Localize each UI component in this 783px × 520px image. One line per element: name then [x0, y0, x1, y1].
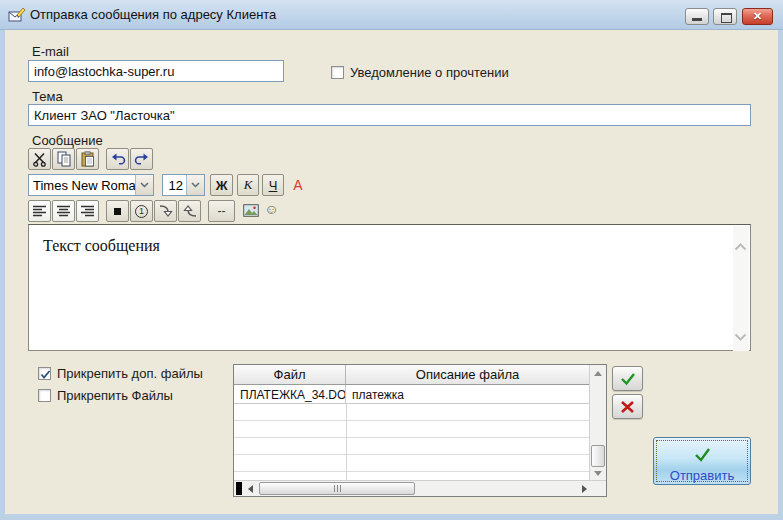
- message-label: Сообщение: [32, 133, 103, 148]
- close-icon: ✕: [743, 9, 772, 24]
- check-icon: [39, 368, 52, 381]
- email-label: E-mail: [32, 44, 69, 59]
- redo-button[interactable]: [130, 148, 153, 170]
- thumb-grip: [334, 485, 335, 492]
- attach-extra-files-checkbox[interactable]: Прикрепить доп. файлы: [38, 366, 203, 381]
- minimize-icon: [692, 18, 702, 21]
- redo-icon: [134, 152, 150, 166]
- attachments-table[interactable]: Файл Описание файла ПЛАТЕЖКА_34.DOC плат…: [233, 364, 607, 497]
- align-center-button[interactable]: [52, 200, 75, 222]
- smiley-icon: ☺: [264, 202, 278, 217]
- outdent-button[interactable]: [178, 200, 201, 222]
- cut-button[interactable]: [28, 148, 51, 170]
- smiley-button[interactable]: ☺: [264, 202, 279, 217]
- bullet-list-button[interactable]: [106, 200, 129, 222]
- titlebar[interactable]: Отправка сообщения по адресу Клиента ✕: [0, 0, 783, 30]
- align-left-icon: [32, 205, 47, 218]
- numbered-list-button[interactable]: 1: [130, 200, 153, 222]
- window-border-left: [0, 30, 5, 520]
- undo-button[interactable]: [106, 148, 129, 170]
- table-hscrollbar[interactable]: [234, 480, 606, 496]
- green-check-icon: [619, 372, 637, 386]
- scroll-left-icon[interactable]: [248, 485, 253, 493]
- file-cell[interactable]: ПЛАТЕЖКА_34.DOC: [234, 385, 346, 403]
- message-textarea[interactable]: Текст сообщения: [28, 224, 751, 351]
- bullet-icon: [114, 208, 121, 215]
- window-border-right: [778, 30, 783, 520]
- empty-row: [234, 455, 589, 472]
- chevron-down-icon[interactable]: [186, 175, 204, 195]
- scroll-right-icon[interactable]: [582, 485, 587, 493]
- indent-button[interactable]: [154, 200, 177, 222]
- align-left-button[interactable]: [28, 200, 51, 222]
- scroll-down-icon[interactable]: [594, 471, 602, 476]
- horizontal-rule-button[interactable]: --: [208, 200, 235, 222]
- bold-button[interactable]: Ж: [210, 174, 233, 196]
- font-family-select[interactable]: Times New Roman: [28, 174, 154, 196]
- align-right-button[interactable]: [76, 200, 99, 222]
- scroll-up-icon[interactable]: [594, 371, 602, 376]
- table-row[interactable]: ПЛАТЕЖКА_34.DOC платежка: [234, 385, 589, 404]
- send-message-dialog: Отправка сообщения по адресу Клиента ✕ E…: [0, 0, 783, 520]
- window-border-bottom: [0, 514, 783, 520]
- underline-button[interactable]: Ч: [262, 174, 284, 196]
- font-size-select[interactable]: 12: [162, 174, 205, 196]
- font-family-value: Times New Roman: [29, 178, 135, 193]
- table-vscrollbar[interactable]: [589, 365, 606, 480]
- checkbox-box[interactable]: [38, 367, 51, 380]
- attach-files-label: Прикрепить Файлы: [57, 388, 173, 403]
- table-header-row: Файл Описание файла: [234, 365, 589, 385]
- thumb-grip: [337, 485, 338, 492]
- email-input[interactable]: [28, 60, 284, 82]
- description-cell[interactable]: платежка: [346, 385, 589, 403]
- scroll-down-icon[interactable]: [734, 327, 747, 345]
- column-divider: [346, 404, 347, 480]
- hscroll-thumb[interactable]: [259, 482, 415, 495]
- vscroll-thumb[interactable]: [591, 445, 605, 467]
- empty-row: [234, 404, 589, 421]
- checkbox-box[interactable]: [38, 389, 51, 402]
- empty-row: [234, 421, 589, 438]
- message-text: Текст сообщения: [43, 237, 160, 255]
- font-color-button[interactable]: А: [290, 177, 306, 193]
- paste-icon: [80, 151, 96, 167]
- copy-button[interactable]: [52, 148, 75, 170]
- read-receipt-checkbox[interactable]: Уведомление о прочтении: [331, 65, 509, 80]
- column-header-description[interactable]: Описание файла: [346, 365, 589, 384]
- align-right-icon: [80, 205, 95, 218]
- insert-image-button[interactable]: [242, 203, 259, 217]
- minimize-button[interactable]: [685, 8, 709, 25]
- numbered-list-icon: 1: [135, 205, 148, 218]
- copy-icon: [56, 151, 72, 167]
- italic-button[interactable]: К: [237, 174, 259, 196]
- send-mail-icon: [8, 6, 26, 23]
- column-header-file[interactable]: Файл: [234, 365, 346, 384]
- undo-icon: [110, 152, 126, 166]
- send-button-label: Отправить: [660, 468, 744, 483]
- outdent-arrow-icon: [182, 204, 198, 218]
- send-button[interactable]: Отправить: [653, 437, 751, 485]
- add-attachment-button[interactable]: [612, 366, 643, 391]
- attach-files-checkbox[interactable]: Прикрепить Файлы: [38, 388, 173, 403]
- maximize-button[interactable]: [713, 8, 737, 25]
- thumb-grip: [340, 485, 341, 492]
- checkbox-box[interactable]: [331, 66, 344, 79]
- maximize-icon: [721, 13, 732, 23]
- attach-extra-files-label: Прикрепить доп. файлы: [57, 366, 203, 381]
- scroll-up-icon[interactable]: [734, 237, 747, 255]
- font-size-value: 12: [163, 178, 186, 193]
- paste-button[interactable]: [76, 148, 99, 170]
- delete-attachment-button[interactable]: [612, 394, 643, 419]
- green-check-icon: [692, 447, 712, 463]
- read-receipt-label: Уведомление о прочтении: [350, 65, 509, 80]
- indent-arrow-icon: [158, 204, 174, 218]
- chevron-down-icon[interactable]: [135, 175, 153, 195]
- close-button[interactable]: ✕: [742, 8, 773, 25]
- insert-image-icon: [243, 204, 259, 217]
- cut-icon: [32, 152, 47, 167]
- grid-splitter[interactable]: [236, 482, 242, 495]
- red-x-icon: [620, 400, 635, 414]
- empty-row: [234, 438, 589, 455]
- subject-input[interactable]: [28, 104, 751, 126]
- subject-label: Тема: [32, 89, 63, 104]
